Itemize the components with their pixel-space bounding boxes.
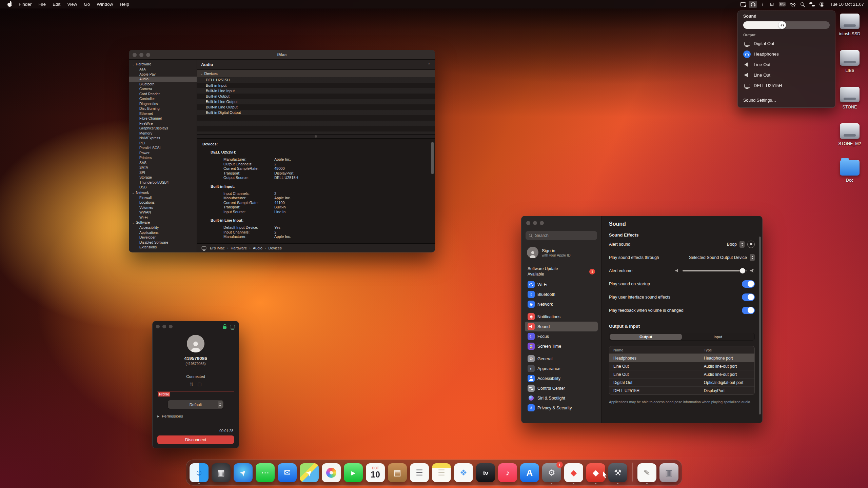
sidebar-item[interactable]: Controller xyxy=(129,96,197,101)
sidebar-item[interactable]: NVMExpress xyxy=(129,136,197,141)
menu-item[interactable]: View xyxy=(64,1,80,7)
settings-sidebar-item[interactable]: ⚙ General xyxy=(525,354,598,364)
sidebar-item[interactable]: Disc Burning xyxy=(129,106,197,111)
sidebar-section-header[interactable]: Network xyxy=(129,190,197,195)
volume-knob[interactable] xyxy=(778,21,786,29)
settings-sidebar-item[interactable]: ⊕ Network xyxy=(525,299,598,309)
minimize-button[interactable] xyxy=(162,325,166,328)
table-row[interactable]: Headphones Headphone port xyxy=(609,354,754,362)
apple-id-signin[interactable]: Sign in with your Apple ID xyxy=(521,247,601,258)
file-transfer-icon[interactable]: ⇅ xyxy=(190,382,193,387)
dock-icon-maps[interactable]: ➤ xyxy=(300,463,319,484)
dock-icon-tv[interactable]: tv xyxy=(476,463,495,484)
scrollbar[interactable] xyxy=(431,142,434,174)
dock-icon-finder[interactable]: ☺ xyxy=(190,463,209,484)
sidebar-item[interactable]: Thunderbolt/USB4 xyxy=(129,180,197,185)
settings-sidebar-item[interactable]: Accessibility xyxy=(525,373,598,383)
collapse-icon[interactable] xyxy=(428,62,431,67)
sound-headphones-icon[interactable] xyxy=(749,1,757,8)
breadcrumb-item[interactable]: Devices xyxy=(262,246,282,250)
tab[interactable]: Input xyxy=(682,334,754,340)
dock-icon-launchpad[interactable]: ▦ xyxy=(212,463,231,484)
sidebar-section-header[interactable]: Software xyxy=(129,220,197,225)
device-row[interactable]: Built-in Line Input xyxy=(197,88,435,94)
dock-icon-calendar[interactable]: OCT 10 xyxy=(366,463,385,484)
settings-sidebar-item[interactable]: ✳ Privacy & Security xyxy=(525,403,598,413)
wifi-icon[interactable] xyxy=(788,1,797,8)
dock-icon-app-store[interactable]: A xyxy=(520,463,539,484)
zoom-button[interactable] xyxy=(146,53,150,57)
sidebar-item[interactable]: SPI xyxy=(129,170,197,175)
dock-icon-messages[interactable]: ⋯ xyxy=(256,463,275,484)
sidebar-item[interactable]: Apple Pay xyxy=(129,72,197,77)
menu-item[interactable]: Go xyxy=(80,1,93,7)
scrollbar[interactable] xyxy=(759,237,761,414)
device-row[interactable]: Built-in Digital Output xyxy=(197,110,435,115)
sidebar-item[interactable]: Audio xyxy=(129,77,197,82)
sidebar-item[interactable]: Camera xyxy=(129,86,197,92)
table-row[interactable]: DELL U2515H DisplayPort xyxy=(609,386,754,394)
sidebar-item[interactable]: Diagnostics xyxy=(129,101,197,106)
dock-icon-remote-app[interactable]: ◆ xyxy=(586,463,605,484)
sound-output-item[interactable]: DELL U2515H xyxy=(738,80,835,91)
permissions-disclosure[interactable]: Permissions xyxy=(157,414,183,418)
volume-track[interactable] xyxy=(743,21,830,29)
menu-item[interactable]: Finder xyxy=(15,1,35,7)
menu-item[interactable]: File xyxy=(35,1,49,7)
zoom-button[interactable] xyxy=(540,221,544,225)
apple-menu[interactable] xyxy=(4,2,15,7)
table-row[interactable]: Line Out Audio line-out port xyxy=(609,370,754,378)
breadcrumb-item[interactable]: El's iMac xyxy=(210,246,225,250)
screen-mirroring-icon[interactable] xyxy=(738,1,748,8)
profile-input[interactable]: Profile xyxy=(157,391,234,397)
dock-icon-music[interactable]: ♪ xyxy=(498,463,517,484)
sidebar-item[interactable]: Disabled Software xyxy=(129,240,197,245)
device-row[interactable]: Built-in Line Output xyxy=(197,99,435,104)
device-row[interactable]: DELL U2515H xyxy=(197,77,435,83)
sound-output-item[interactable]: Line Out xyxy=(738,70,835,80)
device-row[interactable]: Built-in Output xyxy=(197,94,435,99)
settings-sidebar-item[interactable]: Notifications xyxy=(525,312,598,322)
settings-sidebar-item[interactable]: ☾ Focus xyxy=(525,331,598,341)
settings-sidebar-item[interactable]: ⌛ Screen Time xyxy=(525,341,598,351)
menu-item[interactable]: Edit xyxy=(49,1,64,7)
sidebar-item[interactable]: Developer xyxy=(129,235,197,240)
volume-slider[interactable] xyxy=(743,21,830,29)
desktop-icon-lib6[interactable]: LIB6 xyxy=(832,49,867,73)
breadcrumb-item[interactable]: Audio xyxy=(247,246,262,250)
device-row[interactable]: Built-in Input xyxy=(197,83,435,88)
menu-item[interactable]: Help xyxy=(116,1,133,7)
sidebar-item[interactable]: Storage xyxy=(129,175,197,180)
settings-sidebar-item[interactable]: Control Center xyxy=(525,383,598,393)
play-alert-button[interactable] xyxy=(747,241,755,248)
dock-icon-mail[interactable]: ✉ xyxy=(278,463,297,484)
sidebar-item[interactable]: Locations xyxy=(129,200,197,205)
dock-icon-photos[interactable] xyxy=(322,463,341,484)
sound-settings-item[interactable]: Sound Settings… xyxy=(738,95,835,105)
table-row[interactable]: Line Out Audio line-out port xyxy=(609,362,754,370)
desktop-icon-stone-m2[interactable]: STONE_M2 xyxy=(832,123,867,146)
close-button[interactable] xyxy=(526,221,530,225)
sidebar-item[interactable]: Fibre Channel xyxy=(129,116,197,121)
dock-icon-reminders[interactable]: ☰ xyxy=(410,463,429,484)
device-row[interactable]: Built-in Line Output xyxy=(197,104,435,110)
tab[interactable]: Output xyxy=(610,334,682,340)
dock-icon-textedit[interactable]: ✎ xyxy=(637,463,656,484)
menu-bar-clock[interactable]: Tue 10 Oct 21.07 xyxy=(830,2,864,7)
sidebar-item[interactable]: Extensions xyxy=(129,245,197,250)
dock-icon-trash[interactable]: ▥ xyxy=(659,463,678,484)
dock-icon-system-settings[interactable]: ⚙ 1 xyxy=(542,463,561,484)
devices-group-row[interactable]: Devices xyxy=(197,70,435,77)
sidebar-item[interactable]: Firewall xyxy=(129,195,197,200)
dock-icon-contacts[interactable]: ▤ xyxy=(388,463,407,484)
search-field[interactable]: Search xyxy=(526,231,597,240)
alert-sound-stepper[interactable] xyxy=(739,241,745,248)
input-source-icon[interactable]: US xyxy=(777,1,787,8)
sidebar-item[interactable]: SAS xyxy=(129,160,197,165)
sidebar-item[interactable]: SATA xyxy=(129,165,197,170)
sidebar-item[interactable]: USB xyxy=(129,185,197,190)
settings-sidebar-item[interactable]: Siri & Spotlight xyxy=(525,393,598,403)
close-button[interactable] xyxy=(156,325,160,328)
close-button[interactable] xyxy=(133,53,137,57)
sidebar-item[interactable]: FireWire xyxy=(129,121,197,126)
